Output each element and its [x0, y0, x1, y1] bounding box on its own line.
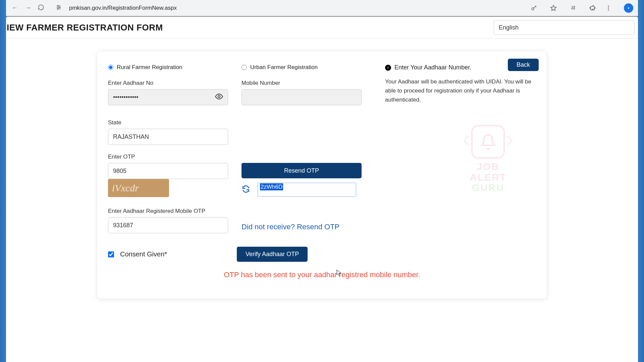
url-text[interactable]: pmkisan.gov.in/RegistrationFormNew.aspx	[69, 5, 177, 11]
translate-icon[interactable]: अ	[569, 4, 577, 12]
radio-rural[interactable]: Rural Farmer Registration	[108, 64, 228, 71]
eye-icon[interactable]	[215, 92, 223, 102]
label-mobile: Mobile Number	[241, 80, 362, 86]
resend-otp-link[interactable]: Did not receive? Resend OTP	[241, 223, 362, 231]
status-message: OTP has been sent to your aadhar registr…	[108, 270, 536, 279]
password-key-icon[interactable]	[530, 4, 538, 12]
aadhaar-mobile-otp-input[interactable]	[108, 217, 228, 233]
nav-forward-icon[interactable]: →	[24, 4, 32, 11]
mobile-inner-whitebox	[243, 107, 317, 118]
language-select[interactable]: English	[494, 20, 635, 35]
captcha-input[interactable]: 2zWh6D	[258, 183, 356, 197]
svg-marker-7	[551, 5, 556, 10]
captcha-image-text: iVxcdr	[112, 182, 139, 194]
resend-otp-button[interactable]: Resend OTP	[241, 163, 362, 178]
bookmark-star-icon[interactable]	[549, 4, 557, 12]
nav-back-icon[interactable]: ←	[11, 4, 19, 11]
otp-input[interactable]	[108, 163, 228, 179]
label-aadhaar: Enter Aadhaar No	[108, 80, 228, 86]
mobile-input[interactable]	[241, 89, 362, 105]
form-card: Back Rural Farmer Registration Urban Far…	[97, 51, 547, 299]
page-title: IEW FARMER REGISTRATION FORM	[7, 22, 163, 33]
aadhaar-input[interactable]	[108, 89, 228, 105]
label-aadhaar-mobile-otp: Enter Aadhaar Registered Mobile OTP	[108, 208, 228, 215]
consent-label: Consent Given*	[120, 250, 167, 258]
profile-avatar[interactable]: •	[624, 3, 633, 13]
verify-aadhaar-button[interactable]: Verify Aadhaar OTP	[237, 247, 308, 262]
site-settings-icon[interactable]	[56, 4, 62, 12]
label-otp: Enter OTP	[108, 154, 228, 160]
captcha-refresh-icon[interactable]	[241, 185, 250, 195]
check-circle-icon	[385, 65, 391, 71]
svg-point-8	[608, 5, 609, 6]
consent-checkbox[interactable]	[108, 251, 114, 257]
svg-point-3	[57, 5, 58, 6]
radio-urban-input[interactable]	[241, 65, 247, 70]
radio-rural-input[interactable]	[108, 65, 113, 70]
back-button[interactable]: Back	[508, 59, 539, 71]
language-selected-value: English	[499, 24, 519, 31]
captcha-input-value: 2zWh6D	[260, 183, 283, 190]
aadhaar-description: Your Aadhaar will be authenticated with …	[385, 77, 536, 105]
state-input[interactable]	[108, 129, 228, 145]
page-content: IEW FARMER REGISTRATION FORM English Bac…	[6, 16, 638, 362]
svg-point-4	[59, 7, 60, 8]
header-row: IEW FARMER REGISTRATION FORM English	[6, 16, 638, 39]
menu-kebab-icon[interactable]	[604, 4, 612, 12]
captcha-image: iVxcdr	[108, 179, 169, 197]
svg-point-11	[218, 96, 220, 98]
radio-urban-label: Urban Farmer Registration	[250, 64, 318, 71]
svg-point-9	[608, 7, 609, 8]
svg-point-5	[57, 8, 58, 9]
browser-toolbar: ← → pmkisan.gov.in/RegistrationFormNew.a…	[6, 0, 638, 16]
svg-point-6	[532, 8, 534, 10]
radio-urban[interactable]: Urban Farmer Registration	[241, 64, 362, 71]
label-state: State	[108, 119, 228, 126]
aadhaar-heading-text: Enter Your Aadhaar Number.	[394, 64, 471, 71]
extensions-icon[interactable]	[588, 4, 596, 12]
svg-point-10	[608, 9, 609, 10]
reload-icon[interactable]	[38, 4, 44, 12]
radio-rural-label: Rural Farmer Registration	[117, 64, 182, 71]
